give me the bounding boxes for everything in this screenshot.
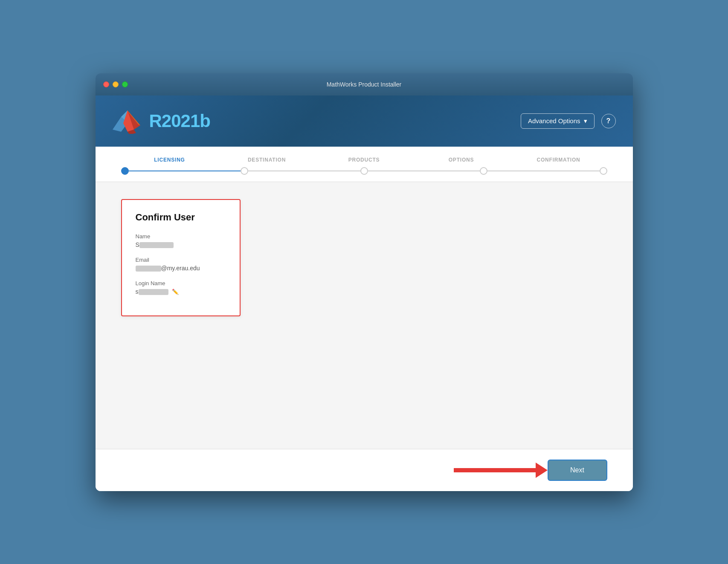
step-node-licensing[interactable] [121, 167, 129, 175]
close-button[interactable] [103, 81, 109, 87]
step-connector-2 [248, 171, 360, 171]
email-label: Email [136, 257, 226, 263]
window-title: MathWorks Product Installer [327, 81, 402, 88]
version-number: R2021 [149, 111, 200, 131]
maximize-button[interactable] [122, 81, 128, 87]
step-label-options: OPTIONS [413, 157, 510, 163]
arrow-body [454, 468, 539, 472]
step-connector-3 [368, 171, 480, 171]
email-suffix: @my.erau.edu [161, 265, 200, 272]
advanced-options-label: Advanced Options [528, 117, 580, 124]
name-field-group: Name S [136, 233, 226, 248]
version-label: R2021b [149, 111, 210, 131]
step-node-products[interactable] [360, 167, 368, 175]
step-connector-1 [129, 171, 241, 171]
steps-bar: LICENSING DESTINATION PRODUCTS OPTIONS C… [96, 147, 633, 182]
step-connector-4 [487, 171, 600, 171]
advanced-options-button[interactable]: Advanced Options ▾ [521, 113, 595, 129]
help-icon: ? [606, 117, 611, 125]
step-label-products: PRODUCTS [316, 157, 413, 163]
email-blurred [136, 266, 161, 272]
bottom-bar: Next [96, 449, 633, 491]
header-actions: Advanced Options ▾ ? [521, 113, 616, 129]
main-content: LICENSING DESTINATION PRODUCTS OPTIONS C… [96, 147, 633, 491]
main-window: MathWorks Product Installer R2021b [96, 73, 633, 491]
login-name-field-group: Login Name s ✏️ [136, 280, 226, 295]
version-suffix: b [200, 111, 210, 131]
name-label: Name [136, 233, 226, 240]
version-text: R2021b [149, 111, 210, 131]
edit-login-icon[interactable]: ✏️ [172, 289, 179, 295]
step-node-confirmation[interactable] [600, 167, 607, 175]
minimize-button[interactable] [113, 81, 119, 87]
email-value: @my.erau.edu [136, 265, 226, 272]
confirm-user-card: Confirm User Name S Email @my.erau.edu L… [121, 199, 241, 317]
help-button[interactable]: ? [601, 114, 616, 128]
step-label-licensing: LICENSING [121, 157, 218, 163]
step-label-destination: DESTINATION [218, 157, 316, 163]
login-name-label: Login Name [136, 280, 226, 286]
steps-track [121, 167, 607, 182]
matlab-logo [113, 108, 142, 134]
chevron-down-icon: ▾ [584, 117, 587, 125]
confirm-card-title: Confirm User [136, 212, 226, 223]
email-field-group: Email @my.erau.edu [136, 257, 226, 272]
logo-area: R2021b [113, 108, 210, 134]
step-node-destination[interactable] [241, 167, 248, 175]
login-name-row: s ✏️ [136, 288, 226, 295]
header-bar: R2021b Advanced Options ▾ ? [96, 95, 633, 147]
name-value: S [136, 241, 226, 248]
login-blurred [139, 289, 168, 295]
next-button[interactable]: Next [548, 460, 607, 481]
step-node-options[interactable] [480, 167, 487, 175]
steps-labels: LICENSING DESTINATION PRODUCTS OPTIONS C… [121, 157, 607, 163]
step-label-confirmation: CONFIRMATION [510, 157, 607, 163]
titlebar: MathWorks Product Installer [96, 73, 633, 95]
content-area: Confirm User Name S Email @my.erau.edu L… [96, 182, 633, 449]
window-controls [103, 81, 128, 87]
login-name-value: s [136, 288, 168, 295]
next-arrow-annotation [454, 468, 539, 472]
name-blurred [139, 242, 174, 248]
